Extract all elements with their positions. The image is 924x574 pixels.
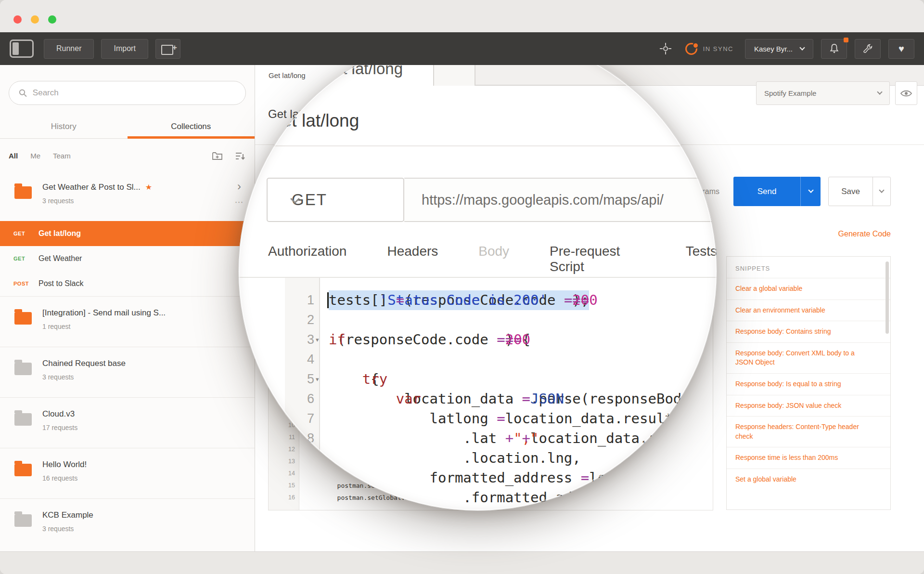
generate-code-link[interactable]: Generate Code xyxy=(838,230,891,238)
lens-url-value[interactable]: https://maps.googleapis.com/maps/api/ xyxy=(404,178,717,222)
request-tab-body[interactable]: Body xyxy=(478,244,509,274)
lens-gutter-line-number: 5▾ xyxy=(285,369,319,389)
window-titlebar xyxy=(0,0,924,32)
divider xyxy=(238,145,717,146)
folder-icon xyxy=(14,363,32,375)
filter-me[interactable]: Me xyxy=(30,152,40,160)
chevron-down-icon xyxy=(879,187,884,193)
close-window-button[interactable] xyxy=(13,15,22,24)
new-window-icon[interactable] xyxy=(155,39,180,59)
environment-preview-button[interactable] xyxy=(895,81,917,105)
collection-folder-row[interactable]: [Integration] - Send mail using S...1 re… xyxy=(0,297,255,347)
snippet-item[interactable]: Set a global variable xyxy=(727,469,890,490)
fold-arrow-icon[interactable]: ▾ xyxy=(316,369,319,389)
send-options-button[interactable] xyxy=(800,177,821,206)
snippet-item[interactable]: Response body: JSON value check xyxy=(727,395,890,417)
collection-group: KCB Example3 requests xyxy=(0,498,255,549)
collection-menu-icon[interactable]: ⋯ xyxy=(230,197,249,208)
lens-gutter-line-number: 6 xyxy=(285,389,319,409)
collection-folder-row[interactable]: Chained Request base3 requests xyxy=(0,347,255,397)
import-button[interactable]: Import xyxy=(101,39,148,59)
collection-info: [Integration] - Send mail using S...1 re… xyxy=(42,308,221,330)
collection-folder-row[interactable]: Hello World!16 requests xyxy=(0,448,255,498)
gutter-line-number: 12 xyxy=(269,444,299,456)
heart-icon: ♥ xyxy=(898,44,904,53)
sidebar: History Collections All Me Team Get Weat… xyxy=(0,65,255,551)
search-input[interactable] xyxy=(33,88,236,98)
gutter-line-number: 16 xyxy=(269,492,299,504)
snippet-item[interactable]: Clear a global variable xyxy=(727,278,890,300)
collection-name: Get Weather & Post to Sl...★ xyxy=(42,183,221,192)
interceptor-icon[interactable] xyxy=(657,40,674,57)
collection-name: KCB Example xyxy=(42,510,221,520)
sync-icon xyxy=(685,43,697,55)
filter-all[interactable]: All xyxy=(9,152,18,160)
collection-name: Cloud.v3 xyxy=(42,409,221,419)
collection-group: Get Weather & Post to Sl...★3 requests›⋯… xyxy=(0,171,255,296)
tab-history[interactable]: History xyxy=(0,115,128,138)
text-cursor xyxy=(327,292,329,308)
sort-icon[interactable] xyxy=(235,151,246,161)
folder-icon xyxy=(14,514,32,527)
runner-button[interactable]: Runner xyxy=(44,39,94,59)
open-collection-icon[interactable]: › xyxy=(230,181,249,192)
search-box[interactable] xyxy=(9,81,246,105)
folder-icon xyxy=(14,464,32,476)
snippets-scrollbar[interactable] xyxy=(886,261,889,334)
collection-count: 1 request xyxy=(42,323,221,330)
settings-button[interactable] xyxy=(855,39,881,59)
snippet-item[interactable]: Response body: Is equal to a string xyxy=(727,373,890,395)
environment-select[interactable]: Spotify Example xyxy=(756,81,890,105)
filter-team[interactable]: Team xyxy=(53,152,71,160)
save-options-button[interactable] xyxy=(873,177,890,206)
method-badge: GET xyxy=(13,231,38,236)
tab-collections[interactable]: Collections xyxy=(128,115,255,138)
snippet-item[interactable]: Response body: Convert XML body to a JSO… xyxy=(727,342,890,373)
lens-method-select[interactable]: GET xyxy=(267,178,404,222)
collection-folder-row[interactable]: KCB Example3 requests xyxy=(0,499,255,549)
request-item[interactable]: GETGet lat/long xyxy=(0,221,255,246)
lens-gutter-line-number: 2 xyxy=(285,310,319,330)
request-name: Post to Slack xyxy=(38,279,83,288)
send-button[interactable]: Send xyxy=(733,177,821,206)
request-tab-authorization[interactable]: Authorization xyxy=(268,244,346,274)
request-tab-tests[interactable]: Tests xyxy=(686,244,717,274)
bell-icon xyxy=(830,44,839,53)
collection-group: Cloud.v317 requests xyxy=(0,397,255,448)
request-item[interactable]: GETGet Weather xyxy=(0,246,255,271)
snippet-item[interactable]: Response time is less than 200ms xyxy=(727,447,890,469)
request-item[interactable]: POSTPost to Slack xyxy=(0,271,255,296)
minimize-window-button[interactable] xyxy=(31,15,39,24)
collection-info: Hello World!16 requests xyxy=(42,460,221,482)
toolbar-right: IN SYNC Kasey Byr... ♥ xyxy=(657,39,914,59)
lens-gutter-line-number: 3▾ xyxy=(285,330,319,350)
request-tab-pre-request-script[interactable]: Pre-request Script xyxy=(550,244,645,274)
collection-name: [Integration] - Send mail using S... xyxy=(42,308,221,318)
sidebar-toggle-icon[interactable] xyxy=(10,39,34,58)
collection-count: 3 requests xyxy=(42,373,221,381)
search-icon xyxy=(19,89,27,97)
import-label: Import xyxy=(114,44,135,53)
sync-status[interactable]: IN SYNC xyxy=(685,43,733,55)
save-button[interactable]: Save xyxy=(828,177,891,206)
sidebar-tabs: History Collections xyxy=(0,115,255,139)
collection-folder-row[interactable]: Cloud.v317 requests xyxy=(0,398,255,448)
fold-arrow-icon[interactable]: ▾ xyxy=(316,330,319,350)
new-folder-icon[interactable] xyxy=(212,151,224,161)
snippet-item[interactable]: Response headers: Content-Type header ch… xyxy=(727,416,890,447)
collection-info: Cloud.v317 requests xyxy=(42,409,221,431)
snippet-item[interactable]: Clear an environment variable xyxy=(727,300,890,321)
request-tab-headers[interactable]: Headers xyxy=(387,244,438,274)
lens-code-line: if (responseCode.code === 200) { xyxy=(329,330,717,350)
collection-folder-row[interactable]: Get Weather & Post to Sl...★3 requests›⋯ xyxy=(0,171,255,221)
collections-tab-label: Collections xyxy=(171,122,211,131)
user-menu[interactable]: Kasey Byr... xyxy=(745,39,813,59)
zoom-window-button[interactable] xyxy=(48,15,56,24)
environment-value: Spotify Example xyxy=(764,89,816,97)
snippets-list: Clear a global variableClear an environm… xyxy=(727,278,890,490)
notifications-button[interactable] xyxy=(821,39,847,59)
history-tab-label: History xyxy=(51,122,77,131)
collection-group: [Integration] - Send mail using S...1 re… xyxy=(0,296,255,347)
snippet-item[interactable]: Response body: Contains string xyxy=(727,321,890,342)
favorites-button[interactable]: ♥ xyxy=(888,39,914,59)
